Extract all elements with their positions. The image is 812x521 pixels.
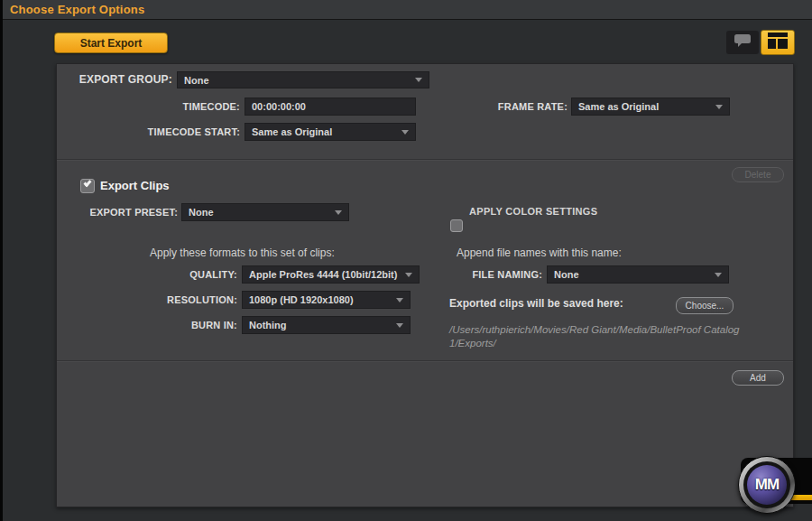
export-clips-label: Export Clips — [100, 179, 170, 193]
timecode-field[interactable]: 00:00:00:00 — [245, 98, 416, 116]
append-heading: Append file names with this name: — [457, 247, 622, 259]
chevron-down-icon — [715, 105, 723, 109]
frame-rate-label: FRAME RATE: — [400, 98, 567, 116]
check-icon — [83, 179, 91, 187]
file-naming-dropdown[interactable]: None — [547, 265, 729, 284]
save-path: /Users/ruthpierich/Movies/Red Giant/Medi… — [449, 323, 747, 350]
save-location-heading: Exported clips will be saved here: — [449, 297, 623, 310]
apply-color-settings-checkbox[interactable] — [450, 219, 463, 232]
file-naming-label: FILE NAMING: — [364, 265, 542, 284]
export-clips-checkbox[interactable] — [80, 179, 95, 193]
quality-label: QUALITY: — [57, 265, 237, 284]
lens-glass: MM — [747, 465, 787, 505]
frame-rate-value: Same as Original — [578, 101, 659, 112]
export-preset-value: None — [189, 207, 214, 218]
section-divider — [57, 159, 793, 161]
export-group-value: None — [184, 75, 209, 86]
choose-button[interactable]: Choose... — [676, 297, 734, 314]
export-options-panel: EXPORT GROUP: None TIMECODE: 00:00:00:00… — [56, 63, 794, 507]
timecode-label: TIMECODE: — [57, 98, 240, 116]
title-bar: Choose Export Options — [3, 0, 812, 20]
section-divider — [57, 360, 793, 362]
burn-in-dropdown[interactable]: Nothing — [242, 316, 411, 334]
export-group-label: EXPORT GROUP: — [57, 71, 172, 88]
comment-button[interactable] — [726, 31, 759, 54]
export-preset-dropdown[interactable]: None — [181, 203, 349, 221]
resolution-dropdown[interactable]: 1080p (HD 1920x1080) — [242, 291, 411, 309]
layout-view-button[interactable] — [761, 30, 795, 55]
chevron-down-icon — [715, 273, 722, 277]
chevron-down-icon — [415, 78, 422, 82]
watermark-text: MM — [755, 476, 779, 494]
chevron-down-icon — [335, 210, 342, 215]
chevron-down-icon — [396, 298, 403, 302]
delete-button[interactable]: Delete — [732, 167, 784, 182]
lens-inner-ring: MM — [743, 461, 790, 508]
chevron-down-icon — [396, 323, 403, 328]
formats-heading: Apply these formats to this set of clips… — [150, 247, 335, 259]
timecode-start-dropdown[interactable]: Same as Original — [245, 123, 416, 141]
page-title: Choose Export Options — [3, 3, 144, 16]
file-naming-value: None — [554, 269, 579, 280]
camera-lens-logo: MM — [738, 456, 796, 514]
start-export-button[interactable]: Start Export — [54, 33, 168, 53]
resolution-value: 1080p (HD 1920x1080) — [249, 294, 354, 305]
frame-rate-dropdown[interactable]: Same as Original — [571, 98, 730, 116]
export-group-dropdown[interactable]: None — [177, 71, 429, 88]
apply-color-settings-label: APPLY COLOR SETTINGS — [469, 205, 597, 218]
timecode-start-value: Same as Original — [252, 126, 332, 137]
add-button[interactable]: Add — [732, 370, 784, 386]
speech-bubble-icon — [734, 33, 752, 51]
layout-grid-icon — [767, 33, 789, 52]
resolution-label: RESOLUTION: — [57, 291, 237, 309]
timecode-start-label: TIMECODE START: — [57, 123, 240, 141]
burn-in-label: BURN IN: — [57, 316, 237, 334]
chevron-down-icon — [401, 130, 409, 135]
burn-in-value: Nothing — [249, 320, 287, 330]
export-preset-label: EXPORT PRESET: — [57, 203, 178, 221]
timecode-value: 00:00:00:00 — [252, 101, 306, 112]
